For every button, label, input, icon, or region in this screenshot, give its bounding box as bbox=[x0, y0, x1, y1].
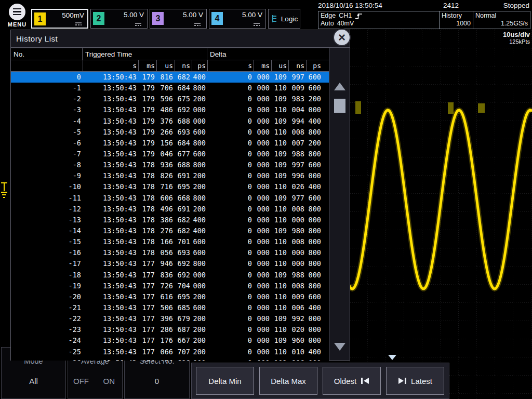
history-list-dialog: History List × No. Triggered Time Delta … bbox=[10, 30, 350, 361]
dc-coupling-icon bbox=[253, 22, 260, 26]
history-rows: 013:50:431798166824000000109997600-113:5… bbox=[11, 72, 329, 361]
channel-button-4[interactable]: 4 5.00 V bbox=[209, 9, 266, 29]
unit-label: us bbox=[271, 60, 288, 72]
history-row[interactable]: -1913:50:431777267040000000110008800 bbox=[11, 281, 329, 291]
history-count: 1000 bbox=[442, 20, 471, 28]
timebase-label: 10us/div bbox=[503, 31, 530, 38]
scroll-down-arrow[interactable] bbox=[334, 343, 345, 351]
history-row[interactable]: -1813:50:431778366920000000109988000 bbox=[11, 270, 329, 281]
scrollbar[interactable] bbox=[330, 48, 350, 361]
close-button[interactable]: × bbox=[333, 29, 351, 46]
logic-icon bbox=[271, 14, 278, 23]
oldest-label: Oldest bbox=[334, 377, 356, 385]
channel-number-badge: 2 bbox=[93, 12, 104, 25]
delta-min-label: Delta Min bbox=[208, 377, 241, 385]
history-row[interactable]: -1413:50:431782766824000000109980800 bbox=[11, 225, 329, 236]
history-row[interactable]: -913:50:431788266912000000109996000 bbox=[11, 170, 329, 181]
scroll-up-arrow[interactable] bbox=[334, 83, 345, 90]
scroll-thumb[interactable] bbox=[334, 99, 345, 113]
unit-label: ms bbox=[254, 60, 271, 72]
rising-edge-icon bbox=[355, 12, 363, 20]
history-row[interactable]: 013:50:431798166824000000109997600 bbox=[11, 72, 329, 83]
trigger-settings-box[interactable]: Edge CH1 Auto 40mV bbox=[318, 11, 440, 29]
history-row[interactable]: -1113:50:431786066688000000109977600 bbox=[11, 193, 329, 204]
history-row[interactable]: -2613:50:431769566968000000109996000 bbox=[11, 357, 329, 361]
average-off-option[interactable]: OFF bbox=[73, 377, 89, 385]
history-button-panel: Delta Min Delta Max Oldest Latest bbox=[191, 363, 449, 399]
history-row[interactable]: -2513:50:431770667072000000110010400 bbox=[11, 347, 329, 357]
dc-coupling-icon bbox=[135, 22, 142, 26]
history-row[interactable]: -213:50:431795966752000000109983200 bbox=[11, 94, 329, 104]
dialog-title: History List bbox=[11, 30, 350, 48]
trigger-source: CH1 bbox=[339, 12, 352, 20]
dc-coupling-icon bbox=[194, 22, 201, 26]
channel-number-badge: 4 bbox=[211, 12, 223, 25]
history-label: History bbox=[442, 12, 471, 20]
average-on-option[interactable]: ON bbox=[103, 377, 115, 385]
history-row[interactable]: -1613:50:431780566936000000110000800 bbox=[11, 247, 329, 258]
history-row[interactable]: -1213:50:431784966912000000110008800 bbox=[11, 204, 329, 215]
ghost-trace-mark bbox=[355, 101, 361, 114]
history-row[interactable]: -2013:50:431776166952000000110009600 bbox=[11, 291, 329, 302]
menu-button[interactable]: MENU bbox=[5, 2, 29, 29]
logic-button[interactable]: Logic bbox=[268, 9, 300, 29]
history-row[interactable]: -1313:50:431783866824000000110000000 bbox=[11, 215, 329, 225]
channel-button-1[interactable]: 1 500mV bbox=[31, 9, 88, 29]
column-header-delta: Delta bbox=[207, 48, 329, 60]
history-row[interactable]: -113:50:431797066848000000110009600 bbox=[11, 83, 329, 94]
timebase-readout: 10us/div 125kPts bbox=[503, 31, 530, 45]
unit-label: ms bbox=[138, 60, 156, 72]
column-header-triggered-time: Triggered Time bbox=[83, 48, 207, 60]
acquisition-count: 2412 bbox=[443, 2, 459, 9]
latest-label: Latest bbox=[411, 377, 432, 385]
dc-coupling-icon bbox=[75, 22, 82, 26]
channel-button-3[interactable]: 3 5.00 V bbox=[150, 9, 207, 29]
history-row[interactable]: -2313:50:431772866872000000110020000 bbox=[11, 324, 329, 335]
unit-label: ps bbox=[306, 60, 323, 72]
unit-label: ns bbox=[288, 60, 306, 72]
channel-button-2[interactable]: 2 5.00 V bbox=[90, 9, 148, 29]
unit-label: s bbox=[207, 60, 254, 72]
knob-indicator-icon bbox=[388, 355, 396, 360]
ghost-trace-mark bbox=[478, 103, 485, 113]
oscilloscope-screen: MENU 1 500mV 2 5.00 V 3 5.00 V 4 5.00 V … bbox=[0, 0, 532, 399]
skip-to-start-icon bbox=[361, 378, 369, 384]
history-row[interactable]: -513:50:431792666936000000110008800 bbox=[11, 127, 329, 138]
trigger-level: 40mV bbox=[337, 20, 354, 28]
hamburger-menu-icon bbox=[9, 4, 25, 20]
select-no-value: 0 bbox=[125, 377, 189, 385]
delta-max-button[interactable]: Delta Max bbox=[259, 367, 317, 395]
acquisition-settings-box[interactable]: Normal 1.25GS/s bbox=[473, 11, 530, 29]
sample-rate-label: 1.25GS/s bbox=[475, 20, 528, 28]
history-row[interactable]: -1713:50:431779466928000000110000800 bbox=[11, 258, 329, 269]
delta-max-label: Delta Max bbox=[271, 377, 306, 385]
history-row[interactable]: -313:50:431794866920000000110004000 bbox=[11, 104, 329, 115]
datetime-label: 2018/10/16 13:50:54 bbox=[318, 2, 382, 9]
waveform-graticule bbox=[349, 30, 532, 399]
trigger-level-marker bbox=[0, 181, 8, 202]
history-row[interactable]: -2213:50:431773966792000000109992000 bbox=[11, 313, 329, 324]
history-row[interactable]: -1513:50:431781667016000000110008000 bbox=[11, 236, 329, 247]
ghost-trace-mark bbox=[448, 102, 454, 114]
oldest-button[interactable]: Oldest bbox=[323, 367, 381, 395]
history-settings-box[interactable]: History 1000 bbox=[439, 11, 473, 29]
latest-button[interactable]: Latest bbox=[386, 367, 444, 395]
unit-label: s bbox=[83, 60, 138, 72]
unit-label: ps bbox=[192, 60, 207, 72]
history-row[interactable]: -2413:50:431771766672000000109960000 bbox=[11, 335, 329, 346]
history-row[interactable]: -813:50:431789366888000000109997600 bbox=[11, 159, 329, 170]
menu-label: MENU bbox=[5, 21, 29, 28]
history-row[interactable]: -413:50:431793766880000000109994400 bbox=[11, 116, 329, 127]
history-row[interactable]: -713:50:431790466776000000109988800 bbox=[11, 149, 329, 159]
column-header-no: No. bbox=[11, 48, 83, 60]
close-icon: × bbox=[338, 31, 345, 44]
history-row[interactable]: -2113:50:431775066856000000110006400 bbox=[11, 302, 329, 313]
history-row[interactable]: -613:50:431791566848000000110007200 bbox=[11, 138, 329, 149]
delta-min-button[interactable]: Delta Min bbox=[196, 367, 254, 395]
unit-label: us bbox=[156, 60, 175, 72]
unit-header-row: s ms us ns ps s ms us ns ps bbox=[11, 60, 329, 72]
table-header-row: No. Triggered Time Delta bbox=[11, 48, 329, 60]
channel-scale-label: 5.00 V bbox=[242, 11, 262, 19]
channel-number-badge: 3 bbox=[152, 12, 164, 25]
history-row[interactable]: -1013:50:431787166952000000110026400 bbox=[11, 181, 329, 192]
